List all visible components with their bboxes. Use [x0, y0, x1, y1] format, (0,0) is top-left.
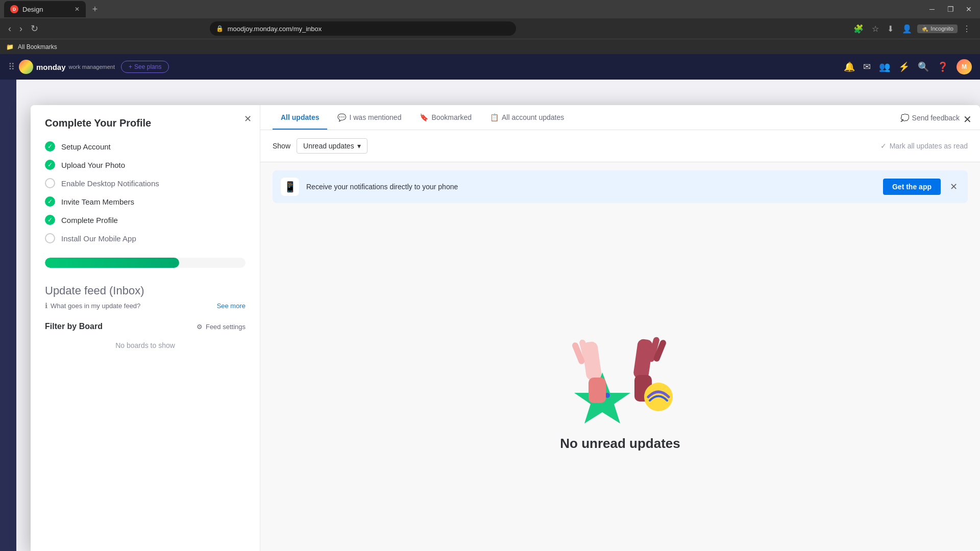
filter-title: Filter by Board	[45, 322, 103, 331]
checklist-item-photo[interactable]: ✓ Upload Your Photo	[45, 160, 246, 170]
new-tab-button[interactable]: +	[88, 2, 102, 16]
update-feed-title: Update feed (Inbox)	[45, 284, 246, 297]
check-done-icon-1: ✓	[45, 160, 55, 170]
tab-mentioned-label: I was mentioned	[349, 113, 401, 121]
menu-icon[interactable]: ⋮	[960, 22, 974, 36]
question-icon[interactable]: ❓	[937, 61, 948, 72]
checklist-label-5: Install Our Mobile App	[61, 234, 136, 243]
star-icon[interactable]: ☆	[869, 22, 882, 36]
no-updates-title: No unread updates	[560, 436, 680, 452]
tab-bookmarked[interactable]: 🔖 Bookmarked	[411, 105, 480, 130]
app-header: ⠿ monday work management + See plans 🔔 ✉…	[0, 54, 980, 80]
bookmarks-item[interactable]: All Bookmarks	[18, 43, 57, 51]
check-pending-icon-2	[45, 178, 55, 188]
empty-illustration	[554, 311, 687, 423]
monday-logo: monday work management	[19, 60, 115, 74]
grid-icon[interactable]: ⠿	[8, 61, 15, 72]
bell-icon[interactable]: 🔔	[844, 61, 855, 72]
panel-title: Complete Your Profile	[45, 117, 246, 129]
toolbar-icons: 🧩 ☆ ⬇ 👤 🕵 Incognito ⋮	[850, 22, 974, 36]
panel-close-button[interactable]: ✕	[244, 113, 252, 124]
checklist-label-3: Invite Team Members	[61, 197, 134, 206]
see-plans-plus-icon: +	[129, 63, 132, 70]
inbox-icon[interactable]: ✉	[863, 61, 871, 72]
progress-bar-container	[45, 258, 246, 268]
show-dropdown[interactable]: Unread updates ▾	[297, 138, 368, 154]
tab-favicon: D	[10, 5, 18, 13]
tab-account-updates-label: All account updates	[502, 113, 564, 121]
checklist-item-invite[interactable]: ✓ Invite Team Members	[45, 196, 246, 207]
see-plans-label: See plans	[134, 63, 161, 70]
download-icon[interactable]: ⬇	[884, 22, 897, 36]
tab-mentioned[interactable]: 💬 I was mentioned	[329, 105, 409, 130]
check-icon: ✓	[880, 142, 887, 150]
monday-logo-sub: work management	[69, 64, 115, 70]
bookmark-icon: 🔖	[420, 113, 428, 121]
tab-close-icon[interactable]: ✕	[75, 6, 80, 13]
address-bar[interactable]: 🔒 moodjoy.monday.com/my_inbox	[210, 21, 516, 36]
svg-rect-7	[589, 378, 606, 403]
profile-icon[interactable]: 👤	[899, 22, 915, 36]
dialog-close-button[interactable]: ✕	[963, 113, 972, 126]
bookmarks-bar: 📁 All Bookmarks	[0, 39, 980, 54]
monday-logo-icon	[19, 60, 33, 74]
browser-toolbar: ‹ › ↻ 🔒 moodjoy.monday.com/my_inbox 🧩 ☆ …	[0, 18, 980, 39]
checklist-item-complete[interactable]: ✓ Complete Profile	[45, 215, 246, 225]
get-app-button[interactable]: Get the app	[883, 179, 941, 195]
security-icon: 🔒	[216, 25, 224, 32]
account-icon: 📋	[490, 113, 499, 121]
reload-button[interactable]: ↻	[29, 21, 40, 36]
incognito-badge: 🕵 Incognito	[917, 24, 958, 33]
see-plans-button[interactable]: + See plans	[121, 61, 169, 73]
check-done-icon-4: ✓	[45, 215, 55, 225]
checklist: ✓ Setup Account ✓ Upload Your Photo Enab…	[45, 141, 246, 243]
close-button[interactable]: ✕	[962, 2, 976, 16]
checklist-label-1: Upload Your Photo	[61, 161, 125, 169]
banner-close-button[interactable]: ✕	[948, 179, 960, 194]
no-boards-text: No boards to show	[45, 337, 246, 354]
url-text: moodjoy.monday.com/my_inbox	[228, 25, 510, 33]
search-icon[interactable]: 🔍	[918, 61, 929, 72]
browser-titlebar: D Design ✕ + ─ ❐ ✕	[0, 0, 980, 18]
mark-read-button[interactable]: ✓ Mark all updates as read	[880, 142, 968, 150]
bolt-icon[interactable]: ⚡	[898, 61, 910, 72]
main-content: ✕ Complete Your Profile ✓ Setup Account …	[0, 80, 980, 551]
restore-button[interactable]: ❐	[943, 2, 958, 16]
tab-account-updates[interactable]: 📋 All account updates	[482, 105, 572, 130]
checklist-item-setup[interactable]: ✓ Setup Account	[45, 141, 246, 152]
show-label: Show	[273, 142, 290, 150]
update-feed-main-title: Update feed	[45, 284, 106, 297]
window-controls: ─ ❐ ✕	[925, 2, 976, 16]
app-logo-area: ⠿ monday work management	[8, 60, 115, 74]
send-feedback-tab[interactable]: 💭 Send feedback	[892, 106, 968, 129]
info-label: What goes in my update feed?	[51, 302, 140, 310]
user-avatar[interactable]: M	[957, 59, 972, 74]
feed-settings-label: Feed settings	[206, 323, 246, 331]
info-text: ℹ What goes in my update feed?	[45, 302, 140, 310]
banner-text: Receive your notifications directly to y…	[306, 183, 876, 191]
update-feed-info: ℹ What goes in my update feed? See more	[45, 302, 246, 310]
see-more-link[interactable]: See more	[217, 302, 246, 310]
tab-title: Design	[22, 6, 70, 13]
feed-settings-button[interactable]: ⚙ Feed settings	[197, 323, 246, 331]
people-icon[interactable]: 👥	[879, 61, 890, 72]
updates-toolbar: Show Unread updates ▾ ✓ Mark all updates…	[260, 130, 980, 162]
check-pending-icon-5	[45, 233, 55, 243]
minimize-button[interactable]: ─	[925, 2, 939, 16]
feedback-icon: 💭	[900, 114, 909, 122]
chevron-down-icon: ▾	[357, 142, 361, 150]
mark-read-label: Mark all updates as read	[890, 142, 968, 150]
checklist-label-0: Setup Account	[61, 142, 111, 151]
check-done-icon-3: ✓	[45, 196, 55, 207]
browser-tab[interactable]: D Design ✕	[4, 1, 86, 17]
content-area: ✕ Complete Your Profile ✓ Setup Account …	[16, 80, 980, 551]
extensions-icon[interactable]: 🧩	[850, 22, 867, 36]
forward-button[interactable]: ›	[17, 21, 24, 36]
checklist-item-notifications[interactable]: Enable Desktop Notifications	[45, 178, 246, 188]
checklist-item-mobile[interactable]: Install Our Mobile App	[45, 233, 246, 243]
back-button[interactable]: ‹	[6, 21, 13, 36]
tab-all-updates[interactable]: All updates	[273, 105, 327, 130]
gear-icon: ⚙	[197, 323, 203, 331]
app-container: ⠿ monday work management + See plans 🔔 ✉…	[0, 54, 980, 551]
header-icons: 🔔 ✉ 👥 ⚡ 🔍 ❓ M	[844, 59, 972, 74]
